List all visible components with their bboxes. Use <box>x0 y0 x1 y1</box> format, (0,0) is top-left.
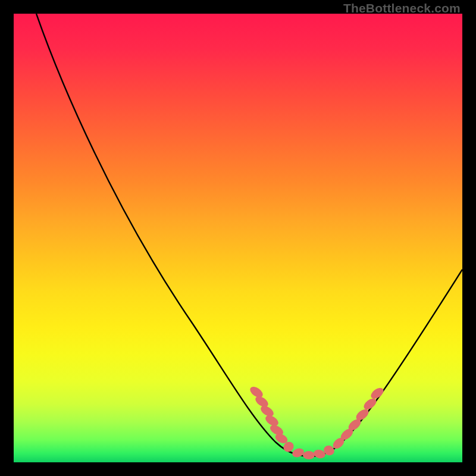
svg-point-7 <box>291 447 305 459</box>
curve-path <box>36 14 462 456</box>
plot-area <box>14 14 462 462</box>
chart-container: TheBottleneck.com <box>0 0 476 476</box>
marker-group <box>248 384 386 459</box>
svg-point-8 <box>303 451 315 459</box>
bottleneck-curve <box>14 14 462 462</box>
